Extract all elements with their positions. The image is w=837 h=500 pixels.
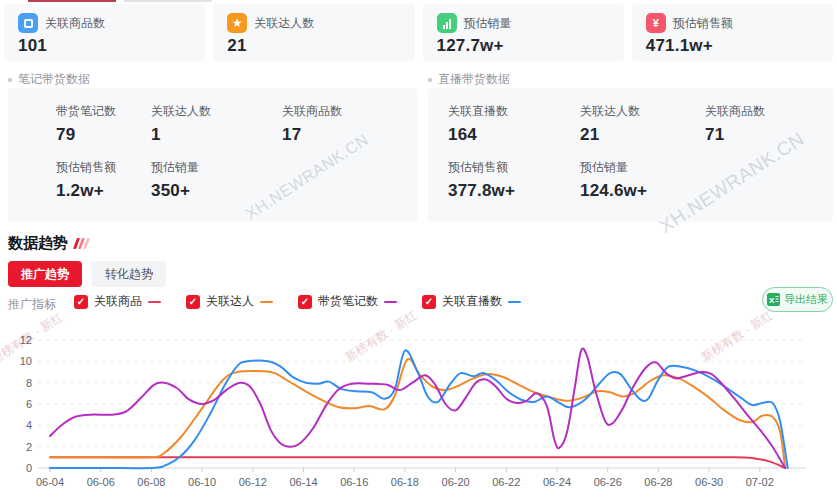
metric-live-sales-amount: 预估销售额 377.8w+ <box>448 159 580 215</box>
note-stats-card: 带货笔记数 79 关联达人数 1 关联商品数 17 预估销售额 1.2w+ 预估… <box>8 88 418 222</box>
svg-text:2: 2 <box>26 441 32 453</box>
svg-text:10: 10 <box>20 355 32 367</box>
svg-text:06-22: 06-22 <box>492 476 520 488</box>
card-value: 127.7w+ <box>437 36 610 56</box>
series-color-dash <box>260 301 273 303</box>
svg-text:06-14: 06-14 <box>289 476 317 488</box>
product-icon <box>18 13 38 33</box>
svg-text:6: 6 <box>26 398 32 410</box>
trend-tabs: 推广趋势 转化趋势 <box>8 261 166 287</box>
note-section-header: 笔记带货数据 <box>8 71 90 88</box>
card-label: 关联达人数 <box>254 15 314 32</box>
svg-text:06-10: 06-10 <box>188 476 216 488</box>
svg-text:12: 12 <box>20 334 32 346</box>
card-value: 21 <box>227 36 400 56</box>
svg-text:06-12: 06-12 <box>239 476 267 488</box>
live-stats-card: 关联直播数 164 关联达人数 21 关联商品数 71 预估销售额 377.8w… <box>428 88 833 222</box>
card-value: 471.1w+ <box>646 36 819 56</box>
legend-item-creators[interactable]: ✓ 关联达人 <box>186 293 273 310</box>
metric-live-creators: 关联达人数 21 <box>580 103 705 159</box>
series-color-dash <box>384 301 397 303</box>
card-related-creators: ★ 关联达人数 21 <box>213 4 414 61</box>
card-label: 关联商品数 <box>45 15 105 32</box>
checkbox-checked-icon[interactable]: ✓ <box>186 295 200 309</box>
bar-chart-icon <box>437 13 457 33</box>
checkbox-checked-icon[interactable]: ✓ <box>422 295 436 309</box>
metric-live-count: 关联直播数 164 <box>448 103 580 159</box>
trend-line-chart: 02468101206-0406-0606-0806-1006-1206-140… <box>0 325 837 500</box>
legend-item-products[interactable]: ✓ 关联商品 <box>74 293 161 310</box>
metric-note-products: 关联商品数 17 <box>282 103 418 159</box>
tab-conversion-trend[interactable]: 转化趋势 <box>92 261 166 287</box>
export-label: 导出结果 <box>784 292 828 307</box>
svg-text:06-20: 06-20 <box>442 476 470 488</box>
indicator-label: 推广指标 <box>8 296 56 313</box>
card-label: 预估销售额 <box>673 15 733 32</box>
series-color-dash <box>508 301 521 303</box>
page-title: 数据趋势 <box>8 234 68 253</box>
metric-note-sales-amount: 预估销售额 1.2w+ <box>56 159 151 215</box>
trend-bars-icon <box>75 238 88 249</box>
metric-live-sales-volume: 预估销量 124.6w+ <box>580 159 705 215</box>
metric-note-sales-volume: 预估销量 350+ <box>151 159 282 215</box>
svg-text:06-16: 06-16 <box>340 476 368 488</box>
cropped-tab-underline <box>28 0 116 2</box>
svg-text:4: 4 <box>26 419 32 431</box>
cropped-tab-divider <box>124 0 212 2</box>
excel-icon: X <box>767 293 780 306</box>
legend-item-lives[interactable]: ✓ 关联直播数 <box>422 293 521 310</box>
tab-promotion-trend[interactable]: 推广趋势 <box>8 261 82 287</box>
card-related-products: 关联商品数 101 <box>4 4 205 61</box>
metric-live-products: 关联商品数 71 <box>705 103 833 159</box>
bullet-icon <box>428 78 432 82</box>
metric-note-creators: 关联达人数 1 <box>151 103 282 159</box>
trend-section-header: 数据趋势 <box>8 234 88 253</box>
card-estimated-sales-amount: ¥ 预估销售额 471.1w+ <box>632 4 833 61</box>
svg-text:06-08: 06-08 <box>137 476 165 488</box>
chart-canvas: 02468101206-0406-0606-0806-1006-1206-140… <box>0 325 837 500</box>
svg-text:X: X <box>769 296 775 305</box>
svg-text:06-06: 06-06 <box>87 476 115 488</box>
card-value: 101 <box>18 36 191 56</box>
coin-icon: ¥ <box>646 13 666 33</box>
live-section-header: 直播带货数据 <box>428 71 510 88</box>
checkbox-checked-icon[interactable]: ✓ <box>74 295 88 309</box>
section-title: 直播带货数据 <box>438 71 510 88</box>
summary-cards-row: 关联商品数 101 ★ 关联达人数 21 预估销量 127.7w+ ¥ 预估销售… <box>4 4 833 61</box>
svg-text:06-24: 06-24 <box>543 476 571 488</box>
metric-note-count: 带货笔记数 79 <box>56 103 151 159</box>
card-estimated-sales-volume: 预估销量 127.7w+ <box>423 4 624 61</box>
chart-legend: ✓ 关联商品 ✓ 关联达人 ✓ 带货笔记数 ✓ 关联直播数 <box>74 293 521 310</box>
bullet-icon <box>8 78 12 82</box>
svg-text:8: 8 <box>26 377 32 389</box>
legend-item-notes[interactable]: ✓ 带货笔记数 <box>298 293 397 310</box>
svg-text:06-28: 06-28 <box>644 476 672 488</box>
svg-text:07-02: 07-02 <box>746 476 774 488</box>
section-title: 笔记带货数据 <box>18 71 90 88</box>
svg-text:06-04: 06-04 <box>36 476 64 488</box>
svg-text:06-18: 06-18 <box>391 476 419 488</box>
svg-text:0: 0 <box>26 462 32 474</box>
card-label: 预估销量 <box>464 15 512 32</box>
star-icon: ★ <box>227 13 247 33</box>
export-results-button[interactable]: X 导出结果 <box>762 287 833 312</box>
svg-text:06-26: 06-26 <box>594 476 622 488</box>
checkbox-checked-icon[interactable]: ✓ <box>298 295 312 309</box>
series-color-dash <box>148 301 161 303</box>
svg-text:06-30: 06-30 <box>695 476 723 488</box>
